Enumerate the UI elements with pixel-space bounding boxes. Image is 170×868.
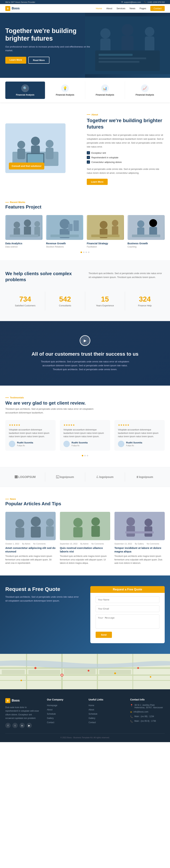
svg-point-44 bbox=[149, 219, 157, 227]
testi-dot-0[interactable] bbox=[82, 455, 83, 456]
email-input[interactable] bbox=[96, 606, 159, 612]
footer-link-about[interactable]: About bbox=[47, 708, 53, 711]
footer-phone1: 📞 Main : (no 08) : 1234 bbox=[130, 715, 165, 718]
about-image-overlay: Consult and find solutions! bbox=[9, 162, 44, 169]
svg-point-48 bbox=[15, 519, 24, 528]
name-input[interactable] bbox=[96, 596, 159, 603]
address-icon: 📍 bbox=[130, 704, 133, 707]
news-grid: October 1, 2022 By Admin No Comments Ame… bbox=[5, 512, 165, 565]
svg-rect-9 bbox=[99, 58, 146, 59]
hero-headline: Together we're building brighter futures bbox=[5, 27, 90, 42]
service-label-3: Financial Analysis bbox=[136, 94, 154, 96]
about-body2: Sed ut perspiciatis unde omnis iste. Sed… bbox=[87, 167, 165, 175]
svg-rect-54 bbox=[60, 512, 110, 540]
logo-icon-0: 🅻 bbox=[15, 475, 18, 479]
nav-home[interactable]: Home bbox=[96, 7, 102, 10]
work-title-1: Revenue Growth bbox=[46, 242, 83, 245]
service-item-1[interactable]: 💡 Financial Analysis bbox=[45, 82, 85, 99]
hero-learn-more-btn[interactable]: Learn More bbox=[5, 57, 26, 64]
instagram-icon[interactable]: in bbox=[20, 723, 25, 728]
works-dot-3[interactable] bbox=[88, 252, 90, 253]
testi-dot-2[interactable] bbox=[87, 455, 88, 456]
logo-text-2: ℒ logoipsum bbox=[96, 475, 113, 479]
footer-phone2-text: Main : (no 05-9) : 1736 bbox=[134, 720, 156, 722]
work-card-3[interactable]: Business Growth Coaching bbox=[128, 215, 165, 248]
stat-item-2: 15 Years Experience bbox=[85, 292, 125, 310]
service-item-2[interactable]: 📊 Financial Analysis bbox=[85, 82, 125, 99]
testi-dot-1[interactable] bbox=[84, 455, 86, 456]
news-card-1[interactable]: September 10, 2022 By Admin No Comments … bbox=[60, 512, 110, 565]
news-title-0: Amet consectetur adipiscing elit sed do … bbox=[5, 546, 56, 553]
facebook-icon[interactable]: f bbox=[5, 723, 11, 728]
about-learn-more-btn[interactable]: Learn More bbox=[87, 179, 108, 185]
footer-useful-link-1[interactable]: About bbox=[89, 708, 94, 711]
svg-rect-34 bbox=[68, 224, 73, 231]
svg-point-1 bbox=[100, 28, 110, 38]
works-dot-2[interactable] bbox=[86, 252, 87, 253]
news-author-0: By Admin bbox=[22, 543, 30, 545]
footer-link-homepage[interactable]: Homepage bbox=[47, 704, 57, 707]
footer-link-contact[interactable]: Contact bbox=[47, 721, 54, 724]
svg-point-50 bbox=[31, 517, 41, 527]
nav-pages[interactable]: Pages bbox=[140, 7, 146, 10]
news-card-2[interactable]: September 13, 2022 By Gallery No Comment… bbox=[114, 512, 165, 565]
news-title-1: Quis nostrud exercitation ullamco labori… bbox=[60, 546, 110, 553]
footer-company-links: Homepage About Schedule Gallery Contact bbox=[47, 704, 81, 724]
logo-item-3: 𝕷 logoipsum bbox=[125, 472, 165, 482]
message-textarea[interactable] bbox=[96, 615, 159, 629]
svg-point-80 bbox=[88, 670, 90, 672]
svg-rect-32 bbox=[50, 235, 79, 237]
play-button[interactable]: ▶ bbox=[80, 335, 90, 346]
check-icon-1: ✓ bbox=[87, 156, 90, 159]
svg-point-36 bbox=[100, 221, 107, 229]
stat-label-1: Consultants bbox=[49, 304, 81, 307]
footer-useful-link-2[interactable]: Schedule bbox=[89, 713, 97, 715]
news-img-svg-2 bbox=[114, 512, 165, 540]
service-icon-2: 📊 bbox=[101, 84, 109, 92]
svg-point-57 bbox=[91, 517, 100, 526]
nav-contact[interactable]: Contact bbox=[150, 6, 165, 11]
service-icon-0: 🔍 bbox=[21, 84, 29, 92]
footer-link-gallery[interactable]: Gallery bbox=[47, 717, 54, 719]
work-card-2[interactable]: Financial Strategy Facilitation bbox=[87, 215, 124, 248]
footer-useful-link-3[interactable]: Gallery bbox=[89, 717, 95, 719]
youtube-icon[interactable]: ▶ bbox=[27, 723, 32, 728]
news-author-1: By Admin bbox=[80, 543, 89, 545]
submit-button[interactable]: Send bbox=[96, 632, 112, 638]
work-subtitle-2: Facilitation bbox=[87, 246, 124, 248]
service-item-3[interactable]: 📈 Financial Analysis bbox=[125, 82, 165, 99]
logo[interactable]: B Boos bbox=[5, 6, 20, 11]
service-item-0[interactable]: 🔍 Financial Analysis bbox=[5, 82, 45, 99]
work-card-1[interactable]: Revenue Growth Stockton Relations bbox=[46, 215, 83, 248]
footer-company-title: Our Company bbox=[47, 698, 81, 701]
news-headline: Popular Articles And Tips bbox=[5, 501, 165, 506]
works-dot-1[interactable] bbox=[83, 252, 84, 253]
work-image-0 bbox=[5, 215, 42, 240]
video-headline: All of our customers trust their success… bbox=[5, 351, 165, 357]
hero-read-more-btn[interactable]: Read More bbox=[28, 57, 49, 64]
testimonials-grid: ★★★★★ Voluptate accusantium doloremque l… bbox=[5, 420, 165, 451]
footer-useful-link-4[interactable]: Contact bbox=[89, 721, 96, 724]
logos-section: 🅻 LOGOIPSUM 🄻 logoipsum ℒ logoipsum 𝕷 lo… bbox=[0, 467, 170, 487]
work-card-0[interactable]: Data Analytics Data science bbox=[5, 215, 42, 248]
author-name-2: Rudhi Susmita bbox=[126, 441, 142, 444]
work-title-2: Financial Strategy bbox=[87, 242, 124, 245]
news-card-0[interactable]: October 1, 2022 By Admin No Comments Ame… bbox=[5, 512, 56, 565]
logo-text-0: 🅻 LOGOIPSUM bbox=[15, 475, 36, 479]
svg-rect-18 bbox=[46, 148, 54, 159]
footer-useful-link-0[interactable]: Home bbox=[89, 704, 94, 707]
svg-point-22 bbox=[14, 222, 20, 228]
stats-numbers: 734 Satisfied Customers 542 Consultants … bbox=[5, 292, 165, 310]
nav-about[interactable]: About bbox=[106, 7, 112, 10]
twitter-icon[interactable]: t bbox=[12, 723, 18, 728]
nav-services[interactable]: Services bbox=[116, 7, 125, 10]
works-dot-0[interactable] bbox=[80, 252, 82, 253]
stat-number-3: 324 bbox=[129, 295, 161, 303]
service-icon-1: 💡 bbox=[61, 84, 69, 92]
nav-news[interactable]: News bbox=[130, 7, 135, 10]
svg-rect-73 bbox=[28, 670, 60, 674]
video-section: ▶ All of our customers trust their succe… bbox=[0, 321, 170, 385]
footer-link-schedule[interactable]: Schedule bbox=[47, 713, 56, 715]
check-icon-2: ✓ bbox=[87, 160, 90, 164]
footer: B Boos Duis aute irure dolor in reprehen… bbox=[0, 689, 170, 742]
